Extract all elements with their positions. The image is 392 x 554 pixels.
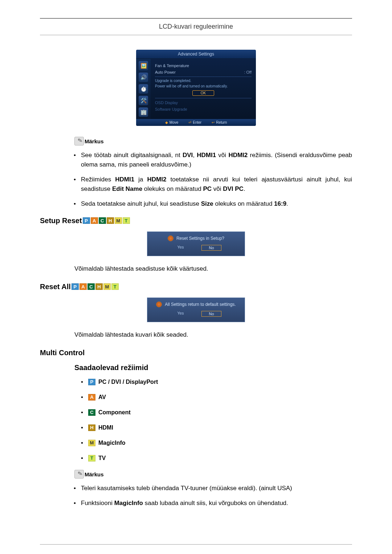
badge-m-icon: M <box>88 440 95 446</box>
mode-pc: PPC / DVI / DisplayPort <box>81 378 352 386</box>
note2-bullet-2: Funktsiooni MagicInfo saab lubada ainult… <box>81 498 352 508</box>
osd-display: OSD Display <box>155 100 252 105</box>
badge-t: T <box>111 283 119 290</box>
osd-footer-move: Move <box>170 120 178 124</box>
osd-side-icon-5: 🏢 <box>139 107 148 117</box>
warning-icon <box>168 235 173 241</box>
badge-c: C <box>99 217 106 224</box>
badge-a-icon: A <box>88 394 95 401</box>
note-label-2: Märkus <box>85 471 104 477</box>
osd-side-icon-4: 🛠️ <box>139 96 148 105</box>
badge-a: A <box>91 217 98 224</box>
badge-h: H <box>107 217 114 224</box>
badge-a: A <box>79 283 87 290</box>
badge-h: H <box>95 283 103 290</box>
osd-software-upgrade: Software Upgrade <box>155 107 252 111</box>
setup-reset-heading: Setup Reset P A C H M T <box>40 217 352 225</box>
mode-av: AAV <box>81 394 352 401</box>
page-header: LCD-kuvari reguleerimine <box>40 23 352 30</box>
badge-m: M <box>115 217 122 224</box>
osd-auto-power-label: Auto Power <box>155 70 244 74</box>
note2-bullet-1: Teleri kasutamiseks tuleb ühendada TV-tu… <box>81 484 352 493</box>
reset-all-no[interactable]: No <box>201 311 221 317</box>
badge-m: M <box>103 283 111 290</box>
osd-footer: ◆Move ⏎Enter ↩Return <box>136 119 256 126</box>
badge-p: P <box>83 217 90 224</box>
osd-auto-power-value: : Off <box>244 70 252 74</box>
note1-bullet-1: See töötab ainult digitaalsignaali, nt D… <box>81 151 352 169</box>
badge-h-icon: H <box>88 424 95 431</box>
mode-hdmi: HHDMI <box>81 424 352 431</box>
osd-advanced-settings: Advanced Settings 🖼️ 🔊 ⏱️ 🛠️ 🏢 Fan & Tem… <box>136 50 256 126</box>
note-icon <box>74 137 84 145</box>
osd-footer-return: Return <box>216 120 227 124</box>
reset-all-heading: Reset All P A C H M T <box>40 283 352 291</box>
badge-p-icon: P <box>88 379 95 385</box>
osd-footer-enter: Enter <box>193 120 201 124</box>
badge-t: T <box>123 217 130 224</box>
setup-reset-no[interactable]: No <box>201 245 221 251</box>
multi-control-heading: Multi Control <box>40 349 352 357</box>
available-modes-heading: Saadaolevad režiimid <box>74 364 352 372</box>
note-icon <box>74 470 84 479</box>
osd-side-icon-2: 🔊 <box>139 73 148 82</box>
reset-all-desc: Võimaldab lähtestada kuvari kõik seaded. <box>74 331 352 338</box>
osd-ok-button[interactable]: OK <box>192 90 214 96</box>
note1-bullet-3: Seda toetatakse ainult juhul, kui seadis… <box>81 199 352 209</box>
setup-reset-dialog: Reset Settings in Setup? Yes No <box>147 231 245 256</box>
reset-all-yes[interactable]: Yes <box>171 311 191 317</box>
reset-all-question: All Settings return to default settings. <box>165 302 236 307</box>
note-label: Märkus <box>85 138 104 144</box>
badge-c: C <box>87 283 95 290</box>
mode-component: CComponent <box>81 409 352 416</box>
setup-reset-question: Reset Settings in Setup? <box>176 236 224 241</box>
warning-icon <box>156 301 162 307</box>
osd-upgrade-done: Upgrade is completed. <box>155 78 252 83</box>
setup-reset-desc: Võimaldab lähtestada seadistuse kõik vää… <box>74 265 352 272</box>
osd-title: Advanced Settings <box>136 50 256 59</box>
mode-magicinfo: MMagicInfo <box>81 439 352 447</box>
osd-fan-temp: Fan & Temperature <box>155 63 252 68</box>
osd-side-icon-1: 🖼️ <box>139 61 148 70</box>
badge-c-icon: C <box>88 409 95 416</box>
osd-power-msg: Power will be off and turned on automati… <box>155 83 252 89</box>
mode-tv: TTV <box>81 455 352 462</box>
osd-side-icon-3: ⏱️ <box>139 84 148 94</box>
badge-t-icon: T <box>88 455 95 461</box>
badge-p: P <box>72 283 79 290</box>
osd-sidebar: 🖼️ 🔊 ⏱️ 🛠️ 🏢 <box>136 59 151 119</box>
reset-all-dialog: All Settings return to default settings.… <box>147 297 245 322</box>
setup-reset-yes[interactable]: Yes <box>171 245 191 251</box>
note1-bullet-2: Režiimides HDMI1 ja HDMI2 toetatakse nii… <box>81 175 352 193</box>
